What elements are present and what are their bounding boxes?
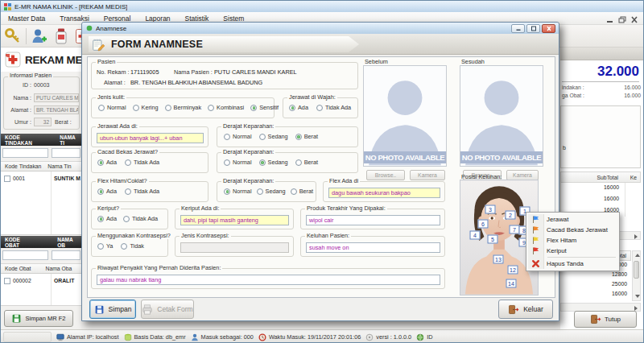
radio-berat[interactable]: Berat: [295, 159, 318, 166]
radio-normal[interactable]: Normal: [98, 104, 126, 111]
dialog-maximize-button[interactable]: [526, 24, 540, 33]
menu-item-jerawat[interactable]: Jerawat: [528, 214, 617, 225]
keriput-ada-di-input[interactable]: dahi, pipi tapi masih ganteng: [180, 215, 289, 225]
globe-icon: [416, 333, 424, 341]
scroll-down-icon[interactable]: [635, 295, 640, 298]
form-icon: [92, 38, 105, 52]
radio-icon: [133, 105, 139, 111]
produk-input[interactable]: wipol cair: [306, 215, 440, 225]
cetak-form-button[interactable]: Cetak Form: [141, 300, 194, 319]
medicine-bottle-icon[interactable]: [52, 27, 70, 45]
obat-search-code-input[interactable]: [2, 250, 48, 260]
exit-icon: [590, 314, 601, 324]
umur-field[interactable]: 32: [34, 118, 52, 126]
radio-sedang[interactable]: Sedang: [259, 159, 288, 166]
subtotal-cell[interactable]: 16000: [604, 196, 619, 201]
face-marker[interactable]: 3: [485, 205, 496, 214]
marker-context-menu: Jerawat Cacad Bekas Jerawat Flex Hitam K…: [526, 212, 620, 271]
row-checkbox[interactable]: [4, 278, 10, 284]
mdi-minimize-icon[interactable]: [606, 16, 614, 23]
face-marker[interactable]: 12: [508, 266, 518, 275]
dialog-close-button[interactable]: [542, 24, 555, 33]
radio-ada[interactable]: Ada: [97, 159, 117, 166]
dialog-minimize-button[interactable]: [511, 24, 525, 33]
face-marker[interactable]: 6: [478, 220, 489, 229]
sebelum-kamera-button[interactable]: Kamera: [410, 170, 445, 180]
face-marker[interactable]: 5: [488, 235, 498, 244]
radio-sensitif[interactable]: Sensitif: [250, 104, 279, 111]
radio-normal[interactable]: Normal: [224, 188, 252, 195]
simpan-button[interactable]: Simpan: [89, 300, 136, 319]
application-window: E-MR NAMA KLINIK - [REKAM MEDIS] Master …: [0, 0, 644, 343]
radio-tidak-ada[interactable]: Tidak Ada: [123, 215, 158, 222]
obat-search-name-input[interactable]: [52, 250, 80, 260]
tindakan-search-code-input[interactable]: [2, 148, 48, 158]
radio-ada[interactable]: Ada: [289, 104, 308, 111]
keluar-button[interactable]: Keluar: [498, 300, 553, 319]
radio-label: Tidak Ada: [132, 215, 158, 222]
add-patient-icon[interactable]: [31, 27, 48, 45]
keriput-group: Keriput? AdaTidak Ada: [91, 209, 168, 229]
radio-berat[interactable]: Berat: [295, 133, 318, 140]
radio-ya[interactable]: Ya: [97, 242, 113, 250]
obat-row[interactable]: 000002 ORALIT: [1, 275, 81, 286]
radio-tidak[interactable]: Tidak: [121, 242, 144, 250]
radio-sedang[interactable]: Sedang: [259, 133, 288, 140]
radio-berminyak[interactable]: Berminyak: [165, 104, 201, 111]
radio-normal[interactable]: Normal: [224, 159, 252, 166]
radio-ada[interactable]: Ada: [97, 188, 117, 195]
menu-item-hapus-tanda[interactable]: Hapus Tanda: [528, 258, 617, 269]
radio-label: Ya: [106, 242, 113, 250]
radio-berat[interactable]: Berat: [291, 188, 313, 195]
radio-tidak-ada[interactable]: Tidak Ada: [316, 104, 351, 111]
scrollbar-thumb[interactable]: [634, 261, 639, 279]
mdi-window-controls: [606, 16, 638, 23]
radio-label: Normal: [233, 188, 252, 195]
key-icon[interactable]: [4, 27, 22, 45]
face-marker[interactable]: 14: [506, 279, 517, 288]
group-label: Informasi Pasien: [8, 72, 53, 78]
radio-icon: [259, 159, 266, 166]
menu-item-flex-hitam[interactable]: Flex Hitam: [528, 235, 617, 246]
scroll-right-icon[interactable]: [634, 234, 638, 239]
riwayat-input[interactable]: galau mau nabrak tiang: [97, 275, 440, 285]
total-cell[interactable]: 25000: [612, 281, 627, 287]
tindakan-row[interactable]: 0001 SUNTIK M: [1, 173, 81, 184]
obat-total-label: ga Obat :: [562, 93, 584, 98]
keluhan-input[interactable]: susah move on: [306, 242, 440, 253]
menu-item-cacad-bekas-jerawat[interactable]: Cacad Bekas Jerawat: [528, 225, 617, 235]
radio-sedang[interactable]: Sedang: [257, 188, 286, 195]
face-marker[interactable]: 2: [506, 211, 516, 220]
obat-grid-header: Kode Obat Nama Oba: [1, 263, 81, 274]
face-marker[interactable]: 13: [493, 255, 504, 264]
subtotal-cell[interactable]: 16000: [604, 184, 619, 190]
radio-normal[interactable]: Normal: [224, 133, 252, 140]
radio-tidak-ada[interactable]: Tidak Ada: [125, 188, 159, 195]
flex-ada-di-input[interactable]: dagu bawah seukuran bakpao: [328, 188, 440, 198]
nama-field[interactable]: PUTU CARLES MA: [34, 93, 79, 102]
tutup-button[interactable]: Tutup: [574, 311, 637, 328]
total-cell[interactable]: 16000: [612, 291, 627, 296]
vscrollbar[interactable]: [632, 250, 641, 301]
radio-kering[interactable]: Kering: [133, 104, 159, 111]
tindakan-search-name-input[interactable]: [52, 148, 80, 158]
menu-master-data[interactable]: Master Data: [1, 13, 52, 24]
scroll-up-icon[interactable]: [635, 254, 640, 257]
row-checkbox[interactable]: [4, 176, 10, 182]
total-cell[interactable]: 12800: [612, 271, 627, 277]
mdi-close-icon[interactable]: [630, 16, 638, 23]
sebelum-browse-button[interactable]: Browse..: [366, 170, 405, 180]
scroll-right-icon[interactable]: [634, 306, 638, 311]
mdi-restore-icon[interactable]: [618, 16, 626, 23]
jenis-kontrasepsi-input: [180, 242, 289, 253]
simpan-mr-button[interactable]: Simpan MR F2: [4, 310, 73, 327]
face-marker[interactable]: 4: [470, 231, 481, 240]
menu-item-keriput[interactable]: Keriput: [528, 246, 617, 256]
alamat-field[interactable]: BR. TENGAH BLA: [34, 105, 79, 114]
radio-kombinasi[interactable]: Kombinasi: [208, 104, 244, 111]
jerawat-ada-di-input[interactable]: ubun-ubun banyak lagi...+ uban: [97, 133, 204, 143]
radio-icon: [165, 105, 171, 111]
radio-tidak-ada[interactable]: Tidak Ada: [125, 159, 159, 166]
radio-ada[interactable]: Ada: [97, 215, 117, 222]
subtotal-column: SubTotal: [597, 175, 618, 180]
